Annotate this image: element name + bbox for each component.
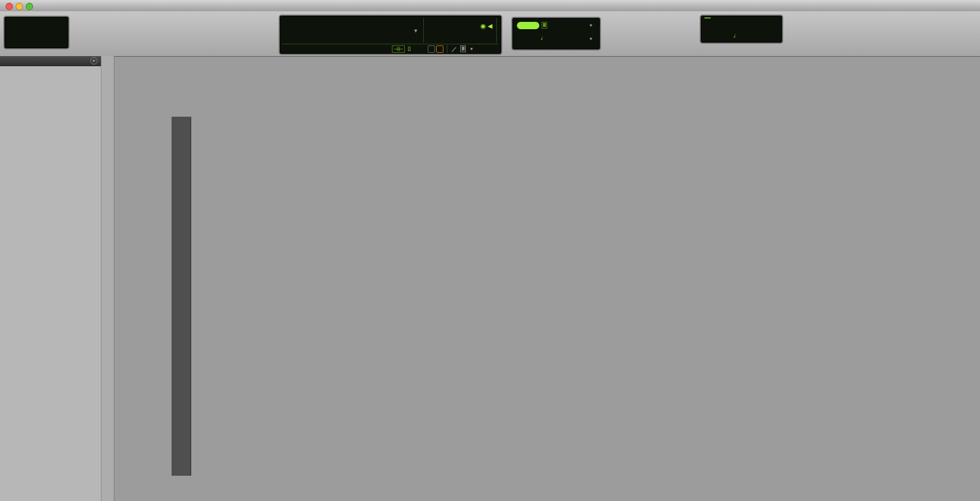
tracks-sidebar: ▼: [0, 56, 101, 501]
count-off-button[interactable]: [704, 17, 711, 19]
minimize-window-button[interactable]: [16, 3, 23, 10]
solo-status-badge[interactable]: [428, 45, 435, 53]
click-speaker-icon[interactable]: ◉ ◀: [480, 22, 492, 30]
grid-dropdown-icon[interactable]: ▼: [589, 23, 593, 28]
mac-title-bar: [0, 0, 980, 12]
edit-vertical-scrollbar[interactable]: [101, 56, 114, 501]
tracks-list-header: ▼: [0, 56, 101, 66]
grid-nudge-lcd: Ⅲ ▼ ♩ ▼: [511, 17, 601, 50]
mute-status-badge[interactable]: [436, 45, 443, 53]
lcd-divider: [282, 44, 498, 44]
group-id-column: [172, 117, 191, 476]
grid-value-icon[interactable]: Ⅲ: [542, 22, 547, 29]
nudge-dropdown-icon[interactable]: ▼: [589, 36, 593, 42]
grid-mode-button[interactable]: [517, 22, 539, 29]
edit-toolbar: ▼ ◉ ◀ ⊣⊢ ▯ ／ Ⅲ ▼: [0, 11, 980, 57]
zoom-window-button[interactable]: [26, 3, 33, 10]
lcd-divider: [423, 18, 424, 43]
nudge-note-icon[interactable]: ♩: [540, 34, 547, 41]
main-counter-dropdown-icon[interactable]: ▼: [413, 28, 418, 34]
main-counter-lcd: ▼ ◉ ◀ ⊣⊢ ▯ ／ Ⅲ ▼: [279, 15, 502, 55]
tempo-note-icon: ♩: [733, 32, 739, 39]
countoff-lcd: ♩: [700, 15, 783, 44]
close-window-button[interactable]: [6, 3, 13, 10]
edit-mode-cluster: [3, 16, 70, 49]
tracks-menu-icon[interactable]: ▼: [90, 57, 98, 65]
pro-tools-edit-window: ▼ ◉ ◀ ⊣⊢ ▯ ／ Ⅲ ▼: [0, 0, 980, 501]
pencil-mode-icon[interactable]: ／: [451, 45, 457, 53]
clip-icon[interactable]: ▯: [408, 45, 411, 52]
track-view-icon[interactable]: Ⅲ: [460, 45, 466, 52]
lcd-divider: [496, 18, 497, 43]
waveform-view-icon[interactable]: ⊣⊢: [392, 45, 405, 53]
lcd-divider: [447, 45, 447, 53]
track-view-dropdown-icon[interactable]: ▼: [469, 47, 474, 52]
